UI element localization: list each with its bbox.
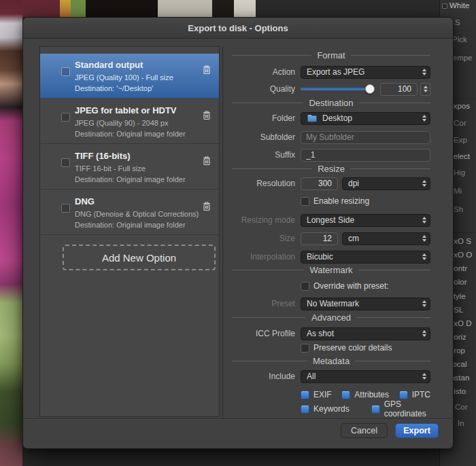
section-header-watermark: Watermark bbox=[232, 264, 430, 275]
sidebar-item-correction[interactable]: Cor bbox=[454, 119, 466, 127]
override-with-preset-label: Override with preset: bbox=[313, 281, 389, 291]
resizing-mode-value: Longest Side bbox=[307, 215, 422, 225]
action-dropdown[interactable]: Export as JPEG bbox=[301, 66, 430, 79]
keywords-checkbox-item: Keywords bbox=[301, 404, 350, 414]
thumbnail-image bbox=[158, 0, 212, 17]
sidebar-item-midtones[interactable]: Mi bbox=[454, 187, 462, 195]
cancel-button[interactable]: Cancel bbox=[341, 423, 388, 438]
quality-input[interactable] bbox=[380, 83, 418, 96]
section-header-metadata: Metadata bbox=[232, 355, 430, 366]
sidebar-item[interactable]: S bbox=[455, 18, 460, 26]
dropdown-arrows-icon bbox=[422, 253, 426, 260]
size-label: Size bbox=[98, 234, 295, 243]
preset-checkbox[interactable] bbox=[61, 67, 70, 76]
filmstrip-thumbnails bbox=[22, 0, 476, 17]
size-unit-dropdown[interactable]: cm bbox=[342, 232, 430, 245]
gps-coordinates-checkbox[interactable] bbox=[371, 405, 380, 414]
size-input[interactable] bbox=[301, 232, 338, 245]
resolution-input[interactable] bbox=[301, 177, 338, 190]
dropdown-arrows-icon bbox=[422, 300, 426, 307]
enable-resizing-checkbox[interactable] bbox=[301, 197, 309, 206]
quality-label: Quality bbox=[98, 84, 295, 94]
dropdown-arrows-icon bbox=[422, 330, 426, 337]
include-dropdown[interactable]: All bbox=[301, 370, 430, 383]
size-unit-value: cm bbox=[348, 234, 422, 243]
folder-dropdown[interactable]: Desktop bbox=[301, 112, 430, 125]
folder-value: Desktop bbox=[322, 113, 422, 123]
export-options-dialog: Export to disk - Options Standard output… bbox=[22, 17, 454, 449]
preset-checkbox[interactable] bbox=[61, 113, 70, 122]
sidebar-item-correction2[interactable]: Cor bbox=[455, 403, 468, 411]
resolution-label: Resolution bbox=[98, 179, 295, 188]
dialog-titlebar[interactable]: Export to disk - Options bbox=[23, 18, 453, 39]
section-header-resize: Resize bbox=[232, 163, 430, 174]
preset-label: Preset bbox=[98, 299, 295, 308]
export-button[interactable]: Export bbox=[395, 423, 439, 438]
interpolation-dropdown[interactable]: Bicubic bbox=[301, 251, 430, 264]
thumbnail-image bbox=[86, 0, 158, 17]
quality-slider[interactable] bbox=[301, 88, 373, 90]
sidebar-item-exp[interactable]: Exp bbox=[454, 136, 467, 144]
resizing-mode-label: Resizing mode bbox=[98, 215, 295, 225]
section-label: Metadata bbox=[313, 356, 350, 366]
gps-coordinates-checkbox-item: GPS coordinates bbox=[371, 399, 430, 418]
attributes-label: Attributes bbox=[354, 390, 389, 399]
watermark-preset-value: No Watermark bbox=[307, 299, 422, 308]
section-label: Destination bbox=[309, 98, 353, 108]
preset-checkbox[interactable] bbox=[61, 204, 70, 213]
cancel-button-label: Cancel bbox=[351, 426, 377, 435]
icc-profile-label: ICC Profile bbox=[98, 329, 295, 338]
sidebar-item-white-balance[interactable]: White bbox=[449, 1, 469, 10]
white-balance-checkbox[interactable] bbox=[442, 3, 447, 9]
resizing-mode-dropdown[interactable]: Longest Side bbox=[301, 214, 430, 227]
keywords-label: Keywords bbox=[313, 404, 350, 414]
dropdown-arrows-icon bbox=[422, 235, 426, 242]
quality-stepper[interactable] bbox=[420, 83, 430, 96]
section-header-format: Format bbox=[232, 50, 430, 60]
keywords-checkbox[interactable] bbox=[301, 405, 309, 414]
exif-checkbox-item: EXIF bbox=[301, 390, 332, 399]
suffix-input[interactable] bbox=[301, 149, 430, 162]
action-value: Export as JPEG bbox=[307, 67, 422, 77]
subfolder-input[interactable] bbox=[301, 131, 430, 144]
section-label: Format bbox=[317, 50, 345, 60]
include-label: Include bbox=[98, 372, 295, 381]
suffix-label: Suffix bbox=[98, 150, 295, 160]
resolution-unit-dropdown[interactable]: dpi bbox=[342, 177, 430, 190]
attributes-checkbox-item: Attributes bbox=[341, 390, 389, 399]
dropdown-arrows-icon bbox=[422, 180, 426, 187]
iptc-checkbox[interactable] bbox=[399, 391, 408, 399]
background-photo bbox=[0, 0, 22, 466]
sidebar-item-in[interactable]: In bbox=[458, 419, 464, 427]
gps-coordinates-label: GPS coordinates bbox=[384, 399, 430, 418]
action-label: Action bbox=[98, 67, 295, 77]
include-value: All bbox=[307, 372, 422, 381]
thumbnail-image bbox=[212, 0, 234, 17]
dialog-title: Export to disk - Options bbox=[188, 23, 288, 33]
iptc-label: IPTC bbox=[412, 390, 430, 399]
attributes-checkbox[interactable] bbox=[341, 391, 350, 399]
dropdown-arrows-icon bbox=[422, 115, 426, 122]
quality-slider-thumb[interactable] bbox=[365, 84, 375, 94]
dropdown-arrows-icon bbox=[422, 69, 426, 75]
section-label: Watermark bbox=[309, 265, 352, 275]
dropdown-arrows-icon bbox=[422, 217, 426, 223]
preset-format-line: TIFF 16-bit - Full size bbox=[75, 163, 186, 174]
sidebar-item-highlights[interactable]: Hig bbox=[454, 168, 465, 177]
sidebar-item-shadows[interactable]: Sh bbox=[454, 205, 463, 213]
interpolation-value: Bicubic bbox=[307, 252, 422, 262]
icc-profile-value: As shot bbox=[307, 329, 422, 338]
exif-checkbox[interactable] bbox=[301, 391, 309, 399]
thumbnail-image bbox=[22, 0, 60, 17]
override-with-preset-checkbox[interactable] bbox=[301, 282, 309, 291]
resolution-unit-value: dpi bbox=[348, 179, 422, 188]
section-header-destination: Destination bbox=[232, 97, 430, 108]
watermark-preset-dropdown[interactable]: No Watermark bbox=[301, 298, 430, 310]
thumbnail-image bbox=[71, 0, 86, 17]
preserve-color-details-checkbox[interactable] bbox=[301, 344, 309, 353]
preserve-color-details-label: Preserve color details bbox=[313, 343, 392, 353]
sidebar-item-pick[interactable]: Pick bbox=[452, 35, 467, 43]
icc-profile-dropdown[interactable]: As shot bbox=[301, 327, 430, 340]
preset-checkbox[interactable] bbox=[61, 158, 70, 167]
section-label: Advanced bbox=[311, 312, 351, 323]
